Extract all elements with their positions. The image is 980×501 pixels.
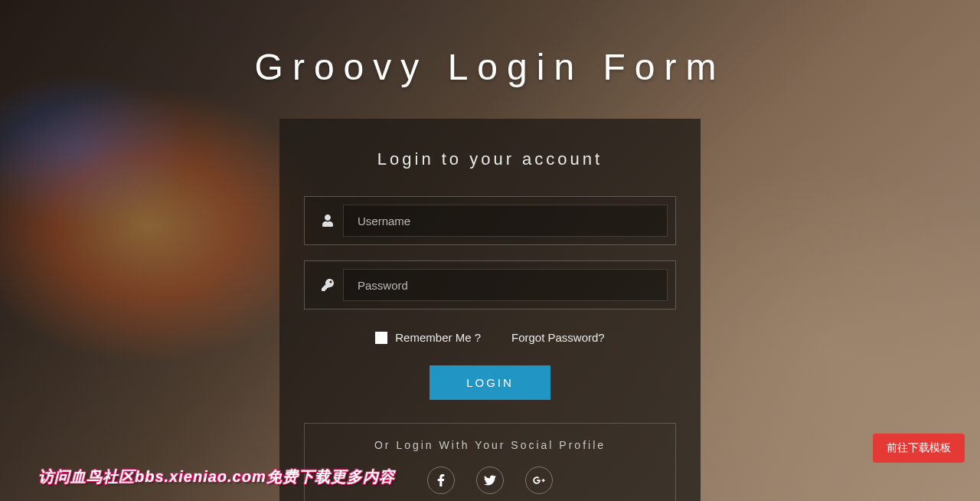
- login-button[interactable]: LOGIN: [430, 365, 550, 400]
- username-input[interactable]: [343, 205, 668, 237]
- page-title: Groovy Login Form: [0, 0, 980, 119]
- remember-checkbox[interactable]: [375, 332, 387, 344]
- google-plus-icon[interactable]: [525, 467, 553, 494]
- options-row: Remember Me ? Forgot Password?: [304, 331, 676, 344]
- login-card: Login to your account Remember Me ? Forg…: [279, 119, 701, 501]
- password-group: [304, 260, 676, 309]
- remember-me-label[interactable]: Remember Me ?: [375, 331, 481, 344]
- username-group: [304, 196, 676, 245]
- remember-text: Remember Me ?: [395, 331, 481, 344]
- key-icon: [312, 279, 343, 291]
- social-title: Or Login With Your Social Profile: [320, 439, 660, 451]
- twitter-icon[interactable]: [476, 467, 504, 494]
- watermark-text: 访问血鸟社区bbs.xieniao.com免费下载更多内容: [38, 467, 395, 487]
- social-section: Or Login With Your Social Profile: [304, 423, 676, 501]
- password-input[interactable]: [343, 269, 668, 301]
- forgot-password-link[interactable]: Forgot Password?: [511, 331, 605, 344]
- download-template-button[interactable]: 前往下载模板: [873, 434, 965, 463]
- card-title: Login to your account: [304, 149, 676, 169]
- user-icon: [312, 214, 343, 227]
- facebook-icon[interactable]: [427, 467, 455, 494]
